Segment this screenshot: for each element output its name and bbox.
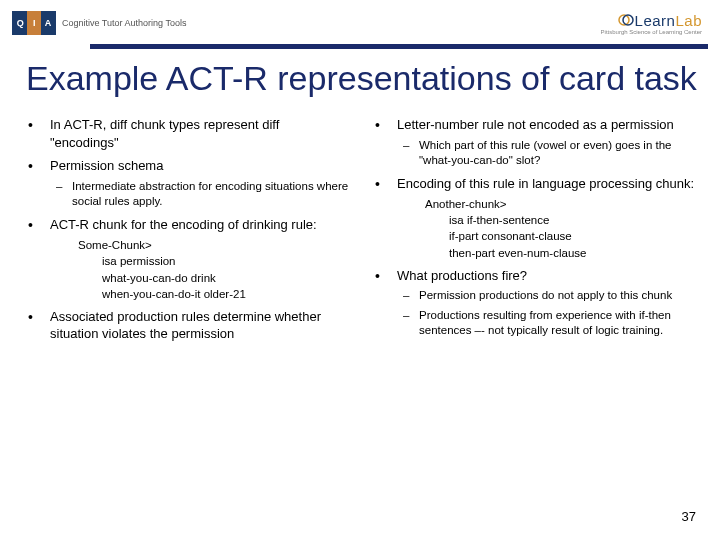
qia-logo-icon: QIA <box>12 11 56 35</box>
bullet-text: Letter-number rule not encoded as a perm… <box>397 117 674 132</box>
bullet-text: What productions fire? <box>397 268 527 283</box>
list-item: ACT-R chunk for the encoding of drinking… <box>22 216 351 302</box>
code-line: isa permission <box>78 253 351 269</box>
code-line: Some-Chunk> <box>78 237 351 253</box>
list-item: Associated production rules determine wh… <box>22 308 351 343</box>
logo-right-group: LearnLab Pittsburgh Science of Learning … <box>601 12 702 35</box>
learnlab-text-1: Learn <box>635 12 676 29</box>
sub-bullet-text: Permission productions do not apply to t… <box>419 289 672 301</box>
code-line: isa if-then-sentence <box>425 212 698 228</box>
sub-bullet-text: Productions resulting from experience wi… <box>419 309 671 337</box>
bullet-text: Associated production rules determine wh… <box>50 309 321 342</box>
list-sub-item: Productions resulting from experience wi… <box>397 308 698 339</box>
right-column: Letter-number rule not encoded as a perm… <box>369 116 698 349</box>
code-line: what-you-can-do drink <box>78 270 351 286</box>
learnlab-text-2: Lab <box>675 12 702 29</box>
code-block-left: Some-Chunk> isa permission what-you-can-… <box>50 237 351 301</box>
logo-left-group: QIA Cognitive Tutor Authoring Tools <box>12 11 186 35</box>
sub-bullet-text: Intermediate abstraction for encoding si… <box>72 180 348 208</box>
slide-header: QIA Cognitive Tutor Authoring Tools Lear… <box>0 0 720 44</box>
bullet-text: Permission schema <box>50 158 163 173</box>
left-column: In ACT-R, diff chunk types represent dif… <box>22 116 351 349</box>
list-sub-item: Which part of this rule (vowel or even) … <box>397 138 698 169</box>
page-number: 37 <box>682 509 696 524</box>
list-item: Encoding of this rule in language proces… <box>369 175 698 261</box>
list-item: What productions fire? Permission produc… <box>369 267 698 339</box>
code-line: when-you-can-do-it older-21 <box>78 286 351 302</box>
ctat-label: Cognitive Tutor Authoring Tools <box>62 18 186 28</box>
code-line: if-part consonant-clause <box>425 228 698 244</box>
slide-title: Example ACT-R representations of card ta… <box>0 49 720 98</box>
sub-bullet-text: Which part of this rule (vowel or even) … <box>419 139 671 167</box>
bullet-text: ACT-R chunk for the encoding of drinking… <box>50 217 317 232</box>
list-item: Letter-number rule not encoded as a perm… <box>369 116 698 169</box>
list-sub-item: Permission productions do not apply to t… <box>397 288 698 304</box>
slide-content: In ACT-R, diff chunk types represent dif… <box>0 98 720 349</box>
bullet-text: In ACT-R, diff chunk types represent dif… <box>50 117 279 150</box>
code-block-right: Another-chunk> isa if-then-sentence if-p… <box>397 196 698 260</box>
code-line: then-part even-num-clause <box>425 245 698 261</box>
list-item: In ACT-R, diff chunk types represent dif… <box>22 116 351 151</box>
bullet-text: Encoding of this rule in language proces… <box>397 176 694 191</box>
code-line: Another-chunk> <box>425 196 698 212</box>
list-item: Permission schema Intermediate abstracti… <box>22 157 351 210</box>
learnlab-subtitle: Pittsburgh Science of Learning Center <box>601 29 702 35</box>
learnlab-logo: LearnLab <box>617 12 702 29</box>
list-sub-item: Intermediate abstraction for encoding si… <box>50 179 351 210</box>
